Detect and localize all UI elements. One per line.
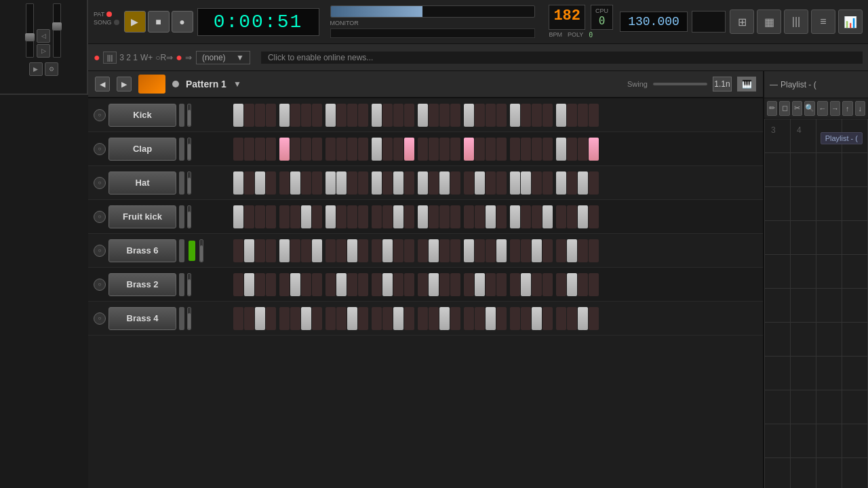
vol-slider-2[interactable] — [187, 171, 191, 195]
beat-btn-6-28[interactable] — [556, 307, 566, 330]
beat-btn-1-24[interactable] — [510, 138, 520, 161]
beat-btn-3-31[interactable] — [589, 205, 599, 228]
master-fader[interactable] — [26, 3, 34, 58]
beat-btn-1-28[interactable] — [556, 138, 566, 161]
beat-btn-4-2[interactable] — [255, 239, 265, 262]
beat-btn-0-27[interactable] — [542, 104, 553, 127]
pattern-icon[interactable]: ▦ — [757, 9, 781, 34]
beat-btn-3-10[interactable] — [347, 205, 357, 228]
beat-btn-5-19[interactable] — [450, 273, 460, 296]
beat-btn-0-26[interactable] — [532, 104, 542, 127]
tool-cut[interactable]: ✂ — [792, 101, 802, 116]
beat-btn-0-6[interactable] — [301, 104, 311, 127]
beat-btn-3-22[interactable] — [486, 205, 496, 228]
plus-btn[interactable]: W+ — [140, 53, 153, 62]
beat-btn-6-2[interactable] — [255, 307, 265, 330]
stop-button[interactable]: ■ — [148, 11, 170, 33]
beat-btn-6-19[interactable] — [450, 307, 460, 330]
beat-btn-0-7[interactable] — [312, 104, 322, 127]
toggle-3[interactable]: ○ — [94, 211, 106, 223]
beat-btn-3-12[interactable] — [372, 205, 382, 228]
channel-label-0[interactable]: Kick — [108, 104, 176, 127]
drag-handle-6[interactable] — [179, 307, 184, 330]
beat-btn-6-10[interactable] — [347, 307, 357, 330]
beat-btn-0-4[interactable] — [279, 104, 290, 127]
channel-label-6[interactable]: Brass 4 — [108, 307, 176, 330]
beat-btn-4-7[interactable] — [312, 239, 322, 262]
beat-btn-5-31[interactable] — [589, 273, 599, 296]
beat-btn-3-30[interactable] — [578, 205, 588, 228]
beat-btn-5-25[interactable] — [521, 273, 531, 296]
beat-btn-3-2[interactable] — [255, 205, 265, 228]
beat-btn-2-30[interactable] — [578, 171, 588, 195]
beat-btn-3-0[interactable] — [233, 205, 243, 228]
vol-slider-4[interactable] — [199, 239, 203, 262]
beat-btn-4-16[interactable] — [418, 239, 428, 262]
beat-btn-5-22[interactable] — [486, 273, 496, 296]
beat-btn-1-2[interactable] — [255, 138, 265, 161]
beat-btn-3-21[interactable] — [475, 205, 485, 228]
beat-btn-0-2[interactable] — [255, 104, 265, 127]
beat-btn-6-31[interactable] — [589, 307, 599, 330]
beat-btn-2-0[interactable] — [233, 171, 243, 195]
beat-btn-0-18[interactable] — [439, 104, 450, 127]
beat-btn-1-13[interactable] — [382, 138, 393, 161]
beat-btn-2-8[interactable] — [326, 171, 336, 195]
beat-btn-3-1[interactable] — [244, 205, 254, 228]
beat-btn-3-23[interactable] — [496, 205, 507, 228]
drag-handle-2[interactable] — [179, 171, 184, 195]
beat-btn-1-18[interactable] — [439, 138, 450, 161]
plugin-icon[interactable]: 📊 — [838, 9, 863, 34]
beat-btn-6-14[interactable] — [393, 307, 403, 330]
beat-btn-4-29[interactable] — [567, 239, 577, 262]
beat-btn-0-19[interactable] — [450, 104, 460, 127]
beat-btn-0-29[interactable] — [567, 104, 577, 127]
beat-btn-2-24[interactable] — [510, 171, 520, 195]
beat-btn-2-15[interactable] — [404, 171, 414, 195]
beat-btn-1-27[interactable] — [542, 138, 553, 161]
beat-btn-5-24[interactable] — [510, 273, 520, 296]
beat-btn-3-29[interactable] — [567, 205, 577, 228]
news-area[interactable]: Click to enable online news... — [261, 52, 863, 64]
vol-slider-6[interactable] — [187, 307, 191, 330]
beat-btn-2-13[interactable] — [382, 171, 393, 195]
beat-btn-4-31[interactable] — [589, 239, 599, 262]
beat-btn-6-17[interactable] — [429, 307, 439, 330]
beat-btn-1-30[interactable] — [578, 138, 588, 161]
tool-down[interactable]: ↓ — [855, 101, 865, 116]
beat-btn-1-3[interactable] — [266, 138, 276, 161]
beat-btn-2-11[interactable] — [358, 171, 368, 195]
beat-btn-3-20[interactable] — [464, 205, 474, 228]
toggle-6[interactable]: ○ — [94, 312, 106, 325]
beat-btn-1-9[interactable] — [336, 138, 347, 161]
beat-btn-5-3[interactable] — [266, 273, 276, 296]
beat-btn-6-7[interactable] — [312, 307, 322, 330]
mode-btn-2[interactable]: ⚙ — [45, 62, 58, 76]
beat-btn-4-18[interactable] — [439, 239, 450, 262]
beat-btn-2-1[interactable] — [244, 171, 254, 195]
beat-btn-6-27[interactable] — [542, 307, 553, 330]
beat-btn-0-5[interactable] — [290, 104, 300, 127]
beat-btn-3-24[interactable] — [510, 205, 520, 228]
beat-btn-4-25[interactable] — [521, 239, 531, 262]
beat-btn-3-26[interactable] — [532, 205, 542, 228]
beat-btn-2-5[interactable] — [290, 171, 300, 195]
beat-btn-2-4[interactable] — [279, 171, 290, 195]
beat-btn-0-22[interactable] — [486, 104, 496, 127]
beat-btn-4-15[interactable] — [404, 239, 414, 262]
vol-slider-3[interactable] — [187, 205, 191, 228]
beat-btn-6-11[interactable] — [358, 307, 368, 330]
beat-btn-2-9[interactable] — [336, 171, 347, 195]
pattern-mode-btn[interactable]: ||| — [103, 52, 117, 64]
beat-btn-0-16[interactable] — [418, 104, 428, 127]
minimize-btn[interactable]: — — [770, 80, 778, 89]
beat-btn-3-19[interactable] — [450, 205, 460, 228]
beat-btn-3-7[interactable] — [312, 205, 322, 228]
beat-btn-6-13[interactable] — [382, 307, 393, 330]
bar-view-btn[interactable]: 1.1n — [713, 77, 732, 92]
browser-icon[interactable]: ≡ — [811, 9, 835, 34]
beat-btn-0-17[interactable] — [429, 104, 439, 127]
nav-back[interactable]: ◀ — [95, 77, 110, 92]
toggle-1[interactable]: ○ — [94, 143, 106, 155]
beat-btn-1-1[interactable] — [244, 138, 254, 161]
